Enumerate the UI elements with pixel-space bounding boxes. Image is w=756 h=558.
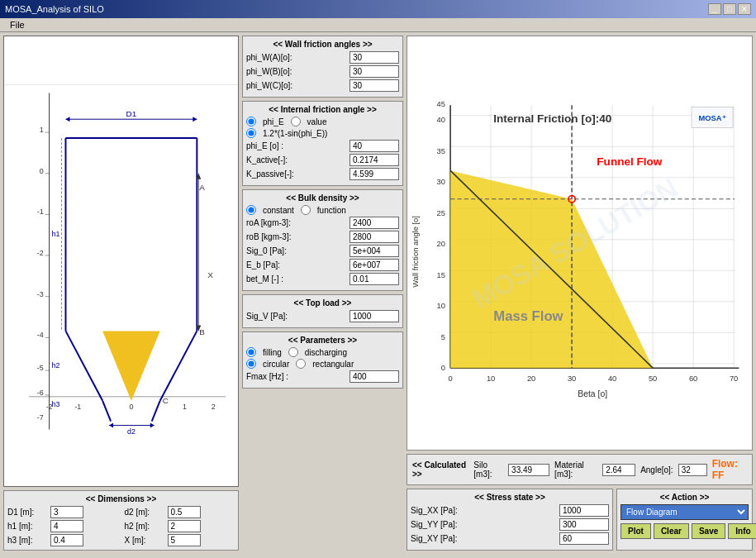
- phiE-radio-label: phi_E: [263, 117, 284, 126]
- constant-radio[interactable]: [246, 205, 256, 215]
- x-label: X [m]:: [125, 536, 166, 545]
- svg-text:1: 1: [40, 126, 44, 134]
- close-button[interactable]: ✕: [738, 3, 751, 15]
- roB-label: roB [kgm-3]:: [246, 232, 291, 241]
- rectangular-radio[interactable]: [296, 359, 306, 369]
- svg-text:Mass Flow: Mass Flow: [493, 308, 563, 324]
- svg-text:15: 15: [436, 271, 445, 279]
- phiWB-input[interactable]: [349, 65, 399, 78]
- svg-text:45: 45: [436, 100, 445, 108]
- svg-text:25: 25: [436, 209, 445, 217]
- svg-text:-2: -2: [37, 249, 44, 257]
- menu-bar: File: [0, 18, 756, 32]
- internal-friction-panel: << Internal friction angle >> phi_E valu…: [242, 101, 403, 186]
- minimize-button[interactable]: _: [708, 3, 721, 15]
- sigXX-input[interactable]: [559, 504, 609, 517]
- phiWA-label: phi_W(A)[o]:: [246, 53, 292, 62]
- phiWC-label: phi_W(C)[o]:: [246, 81, 292, 90]
- svg-text:20: 20: [436, 240, 445, 248]
- roA-input[interactable]: [349, 217, 399, 229]
- save-button[interactable]: Save: [692, 523, 725, 539]
- svg-text:60: 60: [689, 374, 697, 383]
- phiWC-input[interactable]: [349, 79, 399, 92]
- sigV-input[interactable]: [349, 310, 399, 322]
- flow-diagram-chart: Mass Flow Funnel Flow Internal Friction …: [407, 36, 753, 451]
- svg-text:h3: h3: [52, 400, 60, 408]
- h3-input[interactable]: [50, 534, 83, 546]
- fmax-input[interactable]: [349, 370, 399, 383]
- eb-label: E_b [Pa]:: [246, 260, 280, 269]
- parameters-panel: << Parameters >> filling discharging cir…: [242, 331, 403, 389]
- wall-friction-title: << Wall friction angles >>: [246, 40, 399, 49]
- rectangular-label: rectangular: [312, 360, 354, 369]
- title-bar: MOSA_Analysis of SILO _ □ ✕: [0, 0, 756, 18]
- d1-label: D1 [m]:: [7, 508, 49, 517]
- parameters-title: << Parameters >>: [246, 336, 399, 345]
- h1-input[interactable]: [50, 520, 83, 532]
- svg-text:D1: D1: [126, 109, 137, 118]
- svg-line-28: [102, 401, 111, 422]
- svg-text:A: A: [199, 183, 205, 192]
- svg-text:10: 10: [436, 302, 445, 310]
- d1-input[interactable]: [50, 506, 83, 518]
- formula-radio[interactable]: [246, 128, 256, 138]
- plot-button[interactable]: Plot: [620, 523, 651, 539]
- kactive-input[interactable]: [349, 154, 399, 166]
- sigXY-input[interactable]: [559, 532, 609, 545]
- svg-text:20: 20: [527, 374, 535, 383]
- eb-input[interactable]: [349, 259, 399, 271]
- svg-text:-4: -4: [37, 331, 44, 339]
- flow-value: Flow: FF: [712, 458, 747, 481]
- svg-text:Wall friction angle [o]: Wall friction angle [o]: [411, 216, 420, 288]
- circular-label: circular: [263, 360, 289, 369]
- svg-text:-5: -5: [37, 364, 44, 372]
- kpassive-input[interactable]: [349, 168, 399, 180]
- phiE-radio[interactable]: [246, 117, 256, 126]
- kactive-label: K_active[-]:: [246, 155, 288, 165]
- sigYY-input[interactable]: [559, 518, 609, 531]
- svg-line-29: [152, 401, 160, 422]
- betm-input[interactable]: [349, 273, 399, 285]
- svg-marker-50: [150, 423, 155, 428]
- svg-text:0: 0: [40, 167, 44, 175]
- svg-text:0: 0: [449, 374, 453, 383]
- wall-friction-panel: << Wall friction angles >> phi_W(A)[o]: …: [242, 36, 403, 98]
- sigYY-label: Sig_YY [Pa]:: [411, 520, 458, 529]
- h2-input[interactable]: [168, 520, 201, 532]
- angle-label: Angle[o]:: [640, 465, 673, 475]
- phiE-input[interactable]: [349, 140, 399, 152]
- filling-label: filling: [263, 348, 282, 357]
- value-radio[interactable]: [291, 117, 301, 126]
- x-input[interactable]: [168, 534, 201, 546]
- svg-text:0: 0: [129, 403, 133, 411]
- maximize-button[interactable]: □: [723, 3, 736, 15]
- bulk-density-panel: << Bulk density >> constant function roA…: [242, 189, 403, 291]
- action-dropdown[interactable]: Flow Diagram Stress State Parameters: [620, 504, 749, 520]
- function-radio[interactable]: [301, 205, 311, 215]
- clear-button[interactable]: Clear: [654, 523, 689, 539]
- action-panel: << Action >> Flow Diagram Stress State P…: [616, 489, 753, 551]
- stress-title: << Stress state >>: [411, 493, 609, 502]
- roB-input[interactable]: [349, 231, 399, 243]
- phiWA-input[interactable]: [349, 51, 399, 64]
- svg-marker-25: [102, 331, 160, 400]
- svg-text:Beta [o]: Beta [o]: [578, 389, 607, 398]
- svg-text:40: 40: [436, 116, 445, 124]
- betm-label: bet_M [-] :: [246, 274, 283, 284]
- filling-radio[interactable]: [246, 347, 256, 357]
- d2-input[interactable]: [168, 506, 201, 518]
- svg-text:30: 30: [568, 374, 576, 383]
- svg-line-27: [160, 331, 197, 400]
- info-button[interactable]: Info: [728, 523, 756, 539]
- discharging-radio[interactable]: [288, 347, 298, 357]
- circular-radio[interactable]: [246, 359, 256, 369]
- svg-text:40: 40: [608, 374, 616, 383]
- sig0-label: Sig_0 [Pa]:: [246, 246, 287, 255]
- file-menu[interactable]: File: [3, 18, 31, 31]
- svg-text:-7: -7: [37, 413, 44, 422]
- calculated-title: << Calculated >>: [412, 460, 468, 479]
- bulk-density-title: << Bulk density >>: [246, 193, 399, 203]
- value-radio-label: value: [307, 117, 327, 126]
- sig0-input[interactable]: [349, 245, 399, 257]
- svg-text:Internal Friction [o]:40: Internal Friction [o]:40: [493, 112, 611, 125]
